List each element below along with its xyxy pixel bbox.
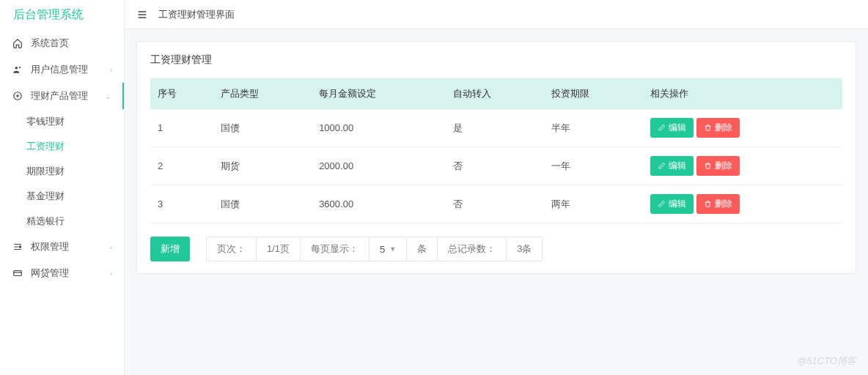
chevron-right-icon: ›: [110, 66, 112, 74]
add-button[interactable]: 新增: [150, 237, 190, 261]
th-type: 产品类型: [213, 78, 312, 109]
topbar: 工资理财管理界面: [125, 0, 868, 29]
nav-sub-jijin[interactable]: 基金理财: [26, 184, 124, 209]
svg-rect-4: [14, 271, 22, 276]
brand-title: 后台管理系统: [0, 0, 124, 30]
cell-auto: 否: [446, 185, 544, 223]
cell-auto: 是: [446, 109, 544, 147]
pager-perpage-label: 每页显示：: [301, 237, 369, 261]
svg-point-3: [19, 246, 21, 248]
nav-sub-gongzi[interactable]: 工资理财: [26, 134, 124, 159]
users-icon: [12, 64, 23, 75]
toolbar: 新增 页次： 1/1页 每页显示： 5▼ 条 总记录数： 3条: [150, 237, 842, 261]
nav: 系统首页 用户信息管理 › 理财产品管理 ⌄ 零钱理财 工资理财 期限理财 基金…: [0, 30, 124, 375]
nav-home[interactable]: 系统首页: [0, 30, 124, 56]
nav-user-label: 用户信息管理: [31, 63, 110, 76]
table-row: 2期货2000.00否一年编辑删除: [150, 147, 842, 185]
delete-button[interactable]: 删除: [696, 156, 740, 176]
pager-perpage-unit: 条: [407, 237, 438, 261]
data-table: 序号 产品类型 每月金额设定 自动转入 投资期限 相关操作 1国债1000.00…: [150, 78, 842, 223]
pager-page-value: 1/1页: [257, 237, 301, 261]
pencil-icon: [658, 124, 666, 132]
cell-type: 国债: [213, 109, 312, 147]
card-icon: [12, 267, 23, 279]
th-period: 投资期限: [544, 78, 642, 109]
edit-button[interactable]: 编辑: [650, 194, 694, 214]
table-row: 3国债3600.00否两年编辑删除: [150, 185, 842, 223]
menu-toggle-icon[interactable]: [136, 9, 148, 21]
cell-auto: 否: [446, 147, 544, 185]
svg-point-0: [15, 67, 18, 70]
caret-down-icon: ▼: [389, 245, 396, 253]
cell-period: 一年: [544, 147, 642, 185]
nav-home-label: 系统首页: [31, 37, 112, 50]
nav-loan-label: 网贷管理: [31, 267, 110, 280]
cell-ops: 编辑删除: [643, 109, 842, 147]
nav-product-sub: 零钱理财 工资理财 期限理财 基金理财 精选银行: [0, 109, 124, 234]
nav-sub-jingxuan[interactable]: 精选银行: [26, 209, 124, 234]
nav-product-label: 理财产品管理: [31, 89, 105, 103]
delete-button[interactable]: 删除: [696, 194, 740, 214]
trash-icon: [704, 162, 712, 170]
sidebar: 后台管理系统 系统首页 用户信息管理 › 理财产品管理 ⌄ 零钱理财 工资理财 …: [0, 0, 125, 375]
nav-perm[interactable]: 权限管理 ›: [0, 234, 124, 260]
nav-perm-label: 权限管理: [31, 240, 110, 253]
nav-sub-lingqian[interactable]: 零钱理财: [26, 109, 124, 134]
th-seq: 序号: [150, 78, 213, 109]
pager-total-value: 3条: [507, 237, 542, 261]
cell-amount: 1000.00: [312, 109, 446, 147]
pager: 页次： 1/1页 每页显示： 5▼ 条 总记录数： 3条: [206, 237, 542, 261]
nav-loan[interactable]: 网贷管理 ›: [0, 260, 124, 286]
card: 工资理财管理 序号 产品类型 每月金额设定 自动转入 投资期限 相关操作 1国债…: [136, 41, 856, 274]
trash-icon: [704, 200, 712, 208]
cell-period: 两年: [544, 185, 642, 223]
edit-button[interactable]: 编辑: [650, 156, 694, 176]
th-ops: 相关操作: [643, 78, 842, 109]
svg-point-1: [19, 67, 21, 68]
cell-seq: 2: [150, 147, 213, 185]
nav-user[interactable]: 用户信息管理 ›: [0, 56, 124, 83]
pager-total-label: 总记录数：: [438, 237, 507, 261]
chevron-down-icon: ⌄: [105, 92, 111, 100]
nav-sub-qixian[interactable]: 期限理财: [26, 159, 124, 184]
cell-amount: 3600.00: [312, 185, 446, 223]
cell-seq: 1: [150, 109, 213, 147]
card-title: 工资理财管理: [150, 53, 842, 67]
cell-ops: 编辑删除: [643, 147, 842, 185]
table-row: 1国债1000.00是半年编辑删除: [150, 109, 842, 147]
page-title: 工资理财管理界面: [158, 8, 235, 21]
th-auto: 自动转入: [446, 78, 544, 109]
wallet-icon: [12, 90, 23, 102]
edit-button[interactable]: 编辑: [650, 118, 694, 138]
th-amount: 每月金额设定: [312, 78, 446, 109]
cell-type: 国债: [213, 185, 312, 223]
cell-amount: 2000.00: [312, 147, 446, 185]
trash-icon: [704, 124, 712, 132]
delete-button[interactable]: 删除: [696, 118, 740, 138]
pager-perpage-select[interactable]: 5▼: [369, 239, 407, 260]
cell-period: 半年: [544, 109, 642, 147]
cell-type: 期货: [213, 147, 312, 185]
nav-product[interactable]: 理财产品管理 ⌄: [0, 83, 124, 109]
cell-ops: 编辑删除: [643, 185, 842, 223]
home-icon: [12, 37, 23, 49]
pencil-icon: [658, 200, 666, 208]
table-header-row: 序号 产品类型 每月金额设定 自动转入 投资期限 相关操作: [150, 78, 842, 109]
chevron-right-icon: ›: [110, 270, 112, 278]
watermark: @51CTO博客: [797, 354, 856, 368]
sliders-icon: [12, 241, 23, 253]
chevron-right-icon: ›: [110, 243, 112, 251]
pencil-icon: [658, 162, 666, 170]
cell-seq: 3: [150, 185, 213, 223]
main: 工资理财管理界面 工资理财管理 序号 产品类型 每月金额设定 自动转入 投资期限…: [125, 0, 868, 375]
pager-page-label: 页次：: [207, 237, 257, 261]
